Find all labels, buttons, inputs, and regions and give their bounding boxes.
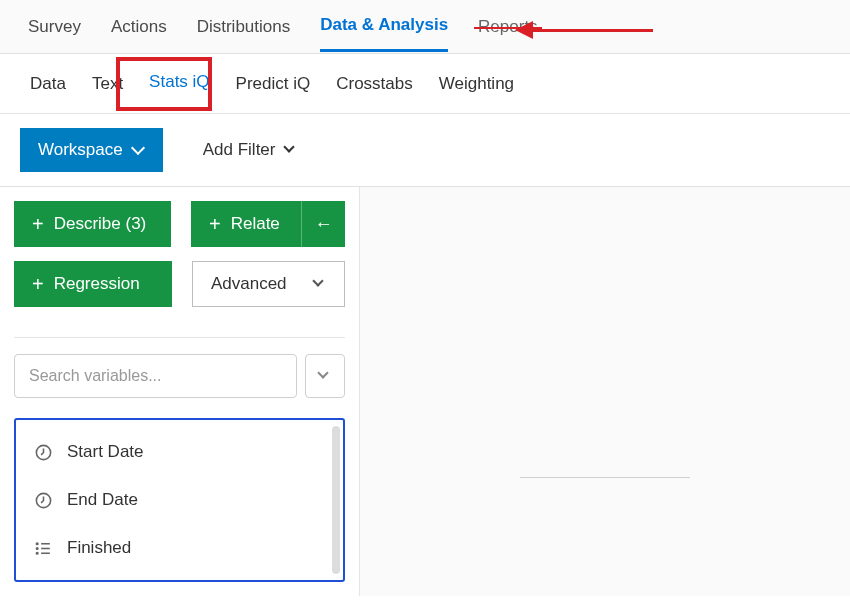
tab-survey[interactable]: Survey <box>28 3 81 51</box>
tab-distributions[interactable]: Distributions <box>197 3 291 51</box>
variables-panel: Start Date End Date Finished <box>14 418 345 582</box>
svg-point-4 <box>36 547 38 549</box>
tab-actions[interactable]: Actions <box>111 3 167 51</box>
describe-label: Describe (3) <box>54 214 147 234</box>
list-icon <box>34 539 53 558</box>
subtab-data[interactable]: Data <box>28 58 68 110</box>
describe-button[interactable]: + Describe (3) <box>14 201 171 247</box>
clock-icon <box>34 491 53 510</box>
content-pane <box>360 187 850 596</box>
tab-data-analysis[interactable]: Data & Analysis <box>320 1 448 52</box>
plus-icon: + <box>209 214 221 234</box>
relate-button[interactable]: + Relate <box>191 201 301 247</box>
relate-back-button[interactable]: ← <box>301 201 345 247</box>
divider <box>520 477 690 478</box>
sidebar: + Describe (3) + Relate ← + Regression A… <box>0 187 360 596</box>
variable-label: Finished <box>67 538 131 558</box>
chevron-down-icon <box>285 146 297 154</box>
subtab-weighting[interactable]: Weighting <box>437 58 516 110</box>
subtab-text[interactable]: Text <box>90 58 125 110</box>
toolbar: Workspace Add Filter <box>0 114 850 187</box>
variable-item-finished[interactable]: Finished <box>16 524 343 572</box>
regression-label: Regression <box>54 274 140 294</box>
chevron-down-icon <box>314 280 326 288</box>
workspace-dropdown[interactable]: Workspace <box>20 128 163 172</box>
variable-label: End Date <box>67 490 138 510</box>
top-nav: Survey Actions Distributions Data & Anal… <box>0 0 850 54</box>
plus-icon: + <box>32 274 44 294</box>
add-filter-button[interactable]: Add Filter <box>185 128 316 172</box>
svg-point-2 <box>36 542 38 544</box>
search-options-dropdown[interactable] <box>305 354 345 398</box>
subtab-crosstabs[interactable]: Crosstabs <box>334 58 415 110</box>
subtab-stats-iq[interactable]: Stats iQ <box>147 56 211 111</box>
annotation-arrow <box>515 24 655 36</box>
scrollbar[interactable] <box>332 426 340 574</box>
search-variables-input[interactable] <box>14 354 297 398</box>
subtab-predict-iq[interactable]: Predict iQ <box>234 58 313 110</box>
arrow-left-icon: ← <box>315 214 333 235</box>
sub-nav: Data Text Stats iQ Predict iQ Crosstabs … <box>0 54 850 114</box>
regression-button[interactable]: + Regression <box>14 261 172 307</box>
plus-icon: + <box>32 214 44 234</box>
chevron-down-icon <box>319 372 331 380</box>
svg-point-6 <box>36 552 38 554</box>
advanced-dropdown[interactable]: Advanced <box>192 261 345 307</box>
advanced-label: Advanced <box>211 274 287 294</box>
clock-icon <box>34 443 53 462</box>
relate-label: Relate <box>231 214 280 234</box>
variable-label: Start Date <box>67 442 144 462</box>
add-filter-label: Add Filter <box>203 140 276 160</box>
workspace-label: Workspace <box>38 140 123 160</box>
variable-item-end-date[interactable]: End Date <box>16 476 343 524</box>
variable-item-start-date[interactable]: Start Date <box>16 428 343 476</box>
chevron-down-icon <box>133 146 145 154</box>
